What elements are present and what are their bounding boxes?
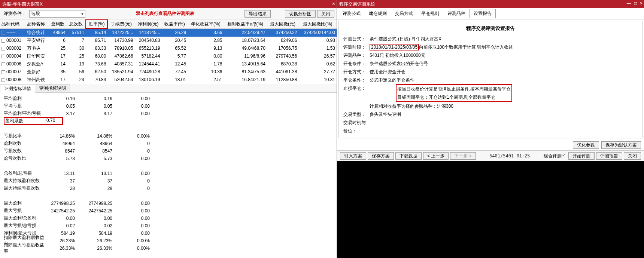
col-header[interactable]: 胜率(%) bbox=[86, 20, 108, 28]
col-header[interactable]: 年化收益率(%) bbox=[188, 20, 224, 28]
metric-row: 净利润/最大亏损584.19584.190.00 bbox=[4, 230, 333, 237]
checkbox-icon[interactable] bbox=[1, 78, 5, 82]
next-step-button: 下一步 > bbox=[450, 152, 476, 160]
settings-tab[interactable]: 设置报告 bbox=[470, 9, 496, 18]
prev-step-button[interactable]: < 上一步 bbox=[423, 152, 449, 160]
left-titlebar: 选股-寻牛四大财富X × bbox=[0, 0, 337, 8]
report-line: 交易时机与价位： bbox=[343, 119, 638, 135]
right-panel: 程序交易评测系统 — □ × 评测公式建仓规则交易方式平仓规则评测品种设置报告 … bbox=[337, 0, 644, 258]
export-button[interactable]: 导出结果 bbox=[244, 10, 271, 18]
checkbox-icon[interactable] bbox=[1, 39, 5, 43]
hint-message: 双击列表行查看品种评测图表 bbox=[87, 10, 243, 17]
col-header[interactable]: 品种名称 bbox=[25, 20, 49, 28]
settings-tab[interactable]: 平仓规则 bbox=[417, 9, 443, 18]
metric-row: 亏损比率14.86%14.86%0.00% bbox=[4, 132, 333, 140]
table-row[interactable]: 000001平安银行6785.7114730.99204540.8320.452… bbox=[0, 37, 337, 44]
minimize-icon[interactable]: — bbox=[627, 1, 631, 6]
col-header[interactable]: 品种代码 bbox=[0, 20, 25, 28]
metric-row bbox=[4, 162, 333, 170]
col-header[interactable]: 最大回撤(元) bbox=[267, 20, 298, 28]
metric-row: 最大盈利/总盈利0.000.000.00 bbox=[4, 215, 333, 222]
checkbox-icon[interactable] bbox=[1, 31, 5, 35]
checkbox-icon[interactable] bbox=[1, 47, 5, 50]
settings-tab[interactable]: 交易方式 bbox=[391, 9, 417, 18]
metric-row: 盈利系数0.70 bbox=[4, 117, 333, 125]
metric-row: 最大持续亏损次数28280 bbox=[4, 185, 333, 192]
col-header[interactable]: 相对收益率α/β(%) bbox=[224, 20, 267, 28]
left-toolbar: 评测条件： 选股 双击列表行查看品种评测图表 导出结果 切换分析图 关闭 bbox=[0, 8, 337, 19]
settings-tab[interactable]: 评测公式 bbox=[338, 9, 365, 18]
close-right-button[interactable]: 关闭 bbox=[624, 152, 641, 160]
right-title: 程序交易评测系统 bbox=[339, 1, 375, 7]
col-header[interactable]: 手续费(元) bbox=[107, 20, 134, 28]
table-row[interactable]: 000008神州高铁172470.8352042.54180106.1918.0… bbox=[0, 76, 337, 84]
metric-row: 盈亏次数比5.735.730.00 bbox=[4, 155, 333, 162]
cond-label: 评测条件： bbox=[2, 10, 28, 17]
col-header[interactable]: 净利润(元) bbox=[135, 20, 162, 28]
report-box: 程序交易评测设置报告 评测公式：条件选股公式-(日线)-寻牛四大财富X评测时段：… bbox=[338, 21, 643, 138]
report-line: 评测时段：2018/01/01-2025/03/05向前多取100个数据用于计算… bbox=[343, 43, 638, 51]
table-row[interactable]: 000007全新好355662.50135521.94724490.2872.4… bbox=[0, 68, 337, 76]
checkbox-icon[interactable] bbox=[1, 55, 5, 58]
report-buttons-2: 引入方案 保存方案 下载数据 < 上一步 下一步 > 5401/5401 01:… bbox=[337, 150, 644, 161]
close-button[interactable]: 关闭 bbox=[317, 10, 334, 18]
save-plan-button[interactable]: 保存方案 bbox=[368, 152, 394, 160]
checkbox-icon[interactable] bbox=[1, 70, 5, 74]
report-title: 程序交易评测设置报告 bbox=[343, 24, 638, 33]
metric-row: 扣除最大亏损后收益率26.33%26.33%0.00% bbox=[4, 245, 333, 252]
metric-row: 平均盈利0.160.160.00 bbox=[4, 95, 333, 102]
maximize-icon[interactable]: □ bbox=[634, 1, 637, 6]
settings-tabs: 评测公式建仓规则交易方式平仓规则评测品种设置报告 bbox=[337, 8, 644, 19]
optimize-button[interactable]: 优化参数 bbox=[573, 141, 599, 149]
report-line: 评测公式：条件选股公式-(日线)-寻牛四大财富X bbox=[343, 35, 638, 43]
report-line: 平仓条件：公式中定义的平仓条件 bbox=[343, 76, 638, 84]
report-line: 开仓方式：使用全部资金开仓 bbox=[343, 68, 638, 76]
metric-row: 平均盈利/平均亏损3.173.170.00 bbox=[4, 110, 333, 117]
save-default-button[interactable]: 保存为默认方案 bbox=[601, 141, 641, 149]
metric-row bbox=[4, 192, 333, 200]
metric-row: 扣除最大盈利后收益率26.23%26.23%0.00% bbox=[4, 237, 333, 245]
left-title: 选股-寻牛四大财富X bbox=[2, 1, 43, 7]
table-row[interactable]: ------综合统计489645751185.141372225...14181… bbox=[0, 28, 337, 37]
result-grid[interactable]: 品种代码品种名称盈利数总次数胜率(%)手续费(元)净利润(元)收益率(%)年化收… bbox=[0, 19, 337, 84]
metric-row: 最大亏损2427542.252427542.250.00 bbox=[4, 207, 333, 215]
condition-combo[interactable]: 选股 bbox=[29, 10, 85, 18]
table-row[interactable]: 000006深振业A141973.6840857.31124544.4112.4… bbox=[0, 60, 337, 68]
table-row[interactable]: 000002万 科A253083.3378910.05655213.1965.5… bbox=[0, 44, 337, 52]
close-icon[interactable]: × bbox=[332, 1, 335, 7]
start-eval-button[interactable]: 开始评测 bbox=[568, 152, 595, 160]
tab-metric-desc[interactable]: 评测指标说明 bbox=[35, 84, 70, 92]
table-row[interactable]: 000004国华网安172568.0047862.6657182.445.770… bbox=[0, 52, 337, 60]
tab-metric-detail[interactable]: 评测指标详情 bbox=[0, 85, 35, 93]
metric-row: 最大亏损/总亏损0.020.020.00 bbox=[4, 222, 333, 230]
report-line: 计算相对收益率选择的参照品种：沪深300 bbox=[343, 102, 638, 110]
switch-chart-button[interactable]: 切换分析图 bbox=[285, 10, 316, 18]
settings-tab[interactable]: 评测品种 bbox=[443, 9, 470, 18]
metric-row: 平均亏损0.050.050.00 bbox=[4, 102, 333, 110]
metric-row: 亏损次数854785470 bbox=[4, 147, 333, 155]
chart-area bbox=[337, 161, 644, 258]
report-line: 评测品种：5401只 初始投入1000000元 bbox=[343, 51, 638, 59]
metric-tabs: 评测指标详情 评测指标说明 bbox=[0, 84, 337, 93]
right-titlebar: 程序交易评测系统 — □ × bbox=[337, 0, 644, 8]
metrics-panel: 平均盈利0.160.160.00平均亏损0.050.050.00平均盈利/平均亏… bbox=[0, 93, 337, 254]
download-data-button[interactable]: 下载数据 bbox=[395, 152, 422, 160]
metric-row bbox=[4, 125, 333, 132]
checkbox-icon[interactable] bbox=[1, 62, 5, 66]
checkbox-icon[interactable] bbox=[562, 154, 566, 158]
col-header[interactable]: 收益率(%) bbox=[162, 20, 188, 28]
col-header[interactable]: 盈利数 bbox=[49, 20, 67, 28]
close-icon[interactable]: × bbox=[640, 1, 643, 6]
settings-tab[interactable]: 建仓规则 bbox=[365, 9, 391, 18]
metric-row: 最大持续盈利次数37370 bbox=[4, 177, 333, 185]
metric-row: 盈利次数48964489640 bbox=[4, 140, 333, 147]
report-line: 开仓条件：条件选股公式发出的开仓信号 bbox=[343, 59, 638, 68]
metric-row: 最大盈利2774998.252774998.250.00 bbox=[4, 200, 333, 207]
col-header[interactable]: 总次数 bbox=[67, 20, 86, 28]
eval-report-button[interactable]: 评测报告 bbox=[596, 152, 622, 160]
left-panel: 选股-寻牛四大财富X × 评测条件： 选股 双击列表行查看品种评测图表 导出结果… bbox=[0, 0, 337, 258]
import-plan-button[interactable]: 引入方案 bbox=[340, 152, 366, 160]
col-header[interactable]: 最大回撤比(%) bbox=[298, 20, 337, 28]
report-line: 交易类型：多头及空头评测 bbox=[343, 110, 638, 119]
combo-eval-toggle[interactable]: 组合评测 bbox=[544, 153, 567, 159]
